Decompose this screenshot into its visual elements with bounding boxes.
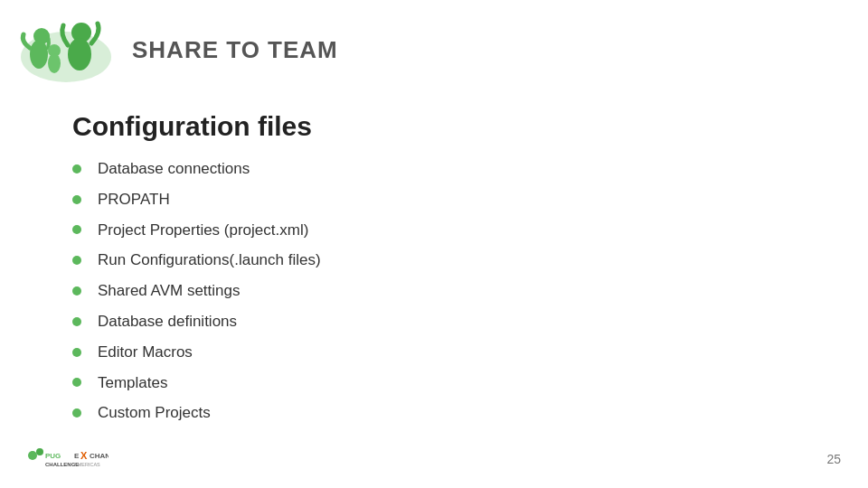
header: SHARE TO TEAM	[0, 0, 868, 93]
page-number: 25	[826, 452, 841, 466]
header-logo-icon	[16, 16, 116, 84]
footer: PUG CHALLENGE E X CHANGE AMERICAS 25	[0, 446, 868, 472]
logo-area	[16, 16, 116, 84]
bullet-text: Run Configurations(.launch files)	[98, 249, 321, 271]
bullet-dot-icon	[72, 256, 81, 265]
footer-logo: PUG CHALLENGE E X CHANGE AMERICAS	[27, 446, 108, 472]
svg-text:PUG: PUG	[45, 452, 61, 460]
svg-text:CHANGE: CHANGE	[90, 452, 108, 460]
list-item: PROPATH	[72, 189, 814, 211]
list-item: Database connections	[72, 158, 814, 180]
list-item: Run Configurations(.launch files)	[72, 249, 814, 271]
bullet-dot-icon	[72, 348, 81, 357]
bullet-dot-icon	[72, 286, 81, 296]
header-title: SHARE TO TEAM	[132, 36, 338, 64]
list-item: Templates	[72, 372, 814, 394]
bullet-dot-icon	[72, 225, 81, 234]
bullet-dot-icon	[72, 195, 81, 204]
list-item: Shared AVM settings	[72, 280, 814, 302]
bullet-text: Database connections	[98, 158, 250, 180]
slide: SHARE TO TEAM Configuration files Databa…	[0, 0, 868, 488]
bullet-text: Custom Projects	[98, 402, 211, 424]
svg-point-2	[30, 40, 48, 69]
bullet-list: Database connectionsPROPATHProject Prope…	[72, 158, 814, 424]
bullet-dot-icon	[72, 317, 81, 326]
bullet-text: PROPATH	[98, 189, 170, 211]
bullet-text: Editor Macros	[98, 342, 193, 363]
main-content: Configuration files Database connections…	[0, 93, 868, 451]
bullet-text: Project Properties (project.xml)	[98, 220, 308, 241]
list-item: Custom Projects	[72, 402, 814, 424]
bullet-dot-icon	[72, 408, 81, 418]
svg-text:E: E	[74, 452, 80, 460]
svg-point-7	[28, 451, 37, 460]
footer-brand-icon: PUG CHALLENGE E X CHANGE AMERICAS	[27, 446, 108, 472]
list-item: Editor Macros	[72, 342, 814, 363]
svg-point-4	[68, 38, 91, 70]
svg-text:AMERICAS: AMERICAS	[74, 462, 100, 467]
svg-point-8	[36, 448, 43, 455]
bullet-text: Database definitions	[98, 311, 237, 333]
bullet-text: Templates	[98, 372, 167, 394]
section-title: Configuration files	[72, 111, 814, 142]
list-item: Database definitions	[72, 311, 814, 333]
svg-point-6	[48, 53, 61, 73]
bullet-dot-icon	[72, 164, 81, 174]
list-item: Project Properties (project.xml)	[72, 220, 814, 241]
bullet-dot-icon	[72, 378, 81, 387]
bullet-text: Shared AVM settings	[98, 280, 241, 302]
svg-text:X: X	[80, 450, 88, 461]
